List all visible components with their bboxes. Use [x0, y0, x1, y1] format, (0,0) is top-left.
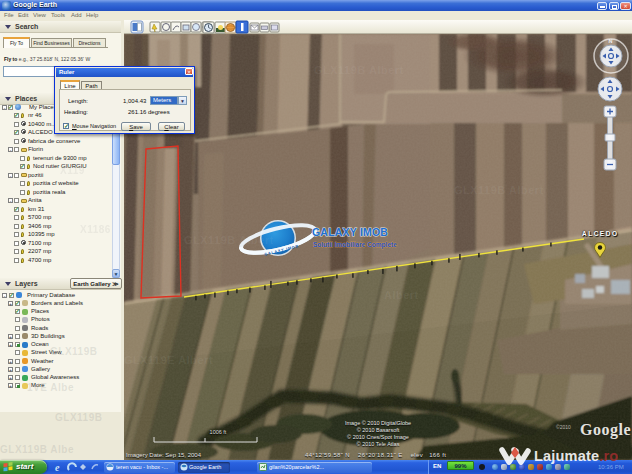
- svg-text:Solutii Imobiliare Complete: Solutii Imobiliare Complete: [313, 241, 397, 249]
- svg-text:GALAXY IMOB: GALAXY IMOB: [312, 226, 388, 238]
- svg-text:N: N: [609, 38, 613, 44]
- svg-text:e: e: [55, 462, 60, 473]
